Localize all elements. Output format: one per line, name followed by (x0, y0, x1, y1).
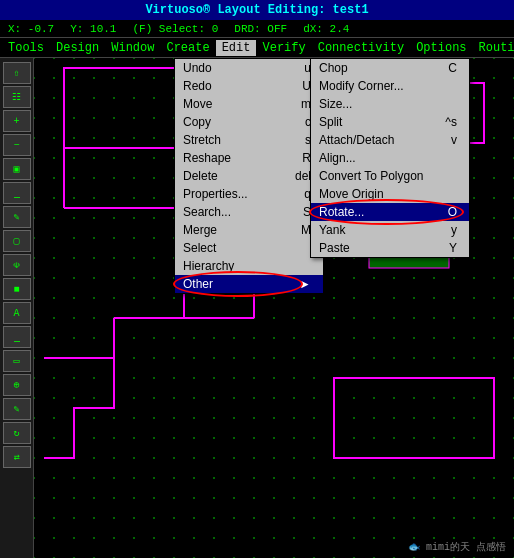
menu-other[interactable]: Other ► (175, 275, 323, 293)
menu-create[interactable]: Create (160, 40, 215, 56)
menu-move[interactable]: Move m (175, 95, 323, 113)
wire-tool[interactable]: ⎯ (3, 326, 31, 348)
menu-stretch[interactable]: Stretch s (175, 131, 323, 149)
title-text: Virtuoso® Layout Editing: test1 (145, 3, 368, 17)
menu-hierarchy[interactable]: Hierarchy (175, 257, 323, 275)
submenu-split[interactable]: Split ^s (311, 113, 469, 131)
submenu-rotate[interactable]: Rotate... O (311, 203, 469, 221)
rotate-tool[interactable]: ↻ (3, 422, 31, 444)
zoom-fit-tool[interactable]: ▣ (3, 158, 31, 180)
submenu-attach-detach[interactable]: Attach/Detach v (311, 131, 469, 149)
edit-menu: Undo u Redo U Move m Copy c Stretch s Re… (174, 58, 324, 294)
watermark: 🐟 mimi的天 点感悟 (408, 540, 506, 554)
label-tool[interactable]: A (3, 302, 31, 324)
menu-properties[interactable]: Properties... q (175, 185, 323, 203)
select-tool[interactable]: ⇧ (3, 62, 31, 84)
y-coord: Y: 10.1 (70, 23, 116, 35)
submenu-paste[interactable]: Paste Y (311, 239, 469, 257)
menu-copy[interactable]: Copy c (175, 113, 323, 131)
left-toolbar: ⇧ ☷ + − ▣ ⎯ ✎ ▢ ☫ ■ A ⎯ ▭ ⊕ ✎ ↻ ⇄ (0, 58, 34, 558)
submenu-modify-corner[interactable]: Modify Corner... (311, 77, 469, 95)
prop-tool[interactable]: ✎ (3, 398, 31, 420)
coord-bar: X: -0.7 Y: 10.1 (F) Select: 0 DRD: OFF d… (0, 20, 514, 38)
submenu-size[interactable]: Size... (311, 95, 469, 113)
menu-redo[interactable]: Redo U (175, 77, 323, 95)
svg-rect-3 (334, 378, 494, 458)
cell-tool[interactable]: ▭ (3, 350, 31, 372)
submenu-convert-polygon[interactable]: Convert To Polygon (311, 167, 469, 185)
menu-window[interactable]: Window (105, 40, 160, 56)
submenu-chop[interactable]: Chop C (311, 59, 469, 77)
menu-edit[interactable]: Edit (216, 40, 257, 56)
menu-select[interactable]: Select (175, 239, 323, 257)
select-box-tool[interactable]: ▢ (3, 230, 31, 252)
draw-tool[interactable]: ✎ (3, 206, 31, 228)
menu-options[interactable]: Options (410, 40, 472, 56)
layers-tool[interactable]: ☷ (3, 86, 31, 108)
svg-rect-0 (64, 68, 184, 148)
menu-search[interactable]: Search... S (175, 203, 323, 221)
menu-verify[interactable]: Verify (256, 40, 311, 56)
menu-routing[interactable]: Routing (473, 40, 514, 56)
menu-merge[interactable]: Merge M (175, 221, 323, 239)
zoom-in-tool[interactable]: + (3, 110, 31, 132)
dx-coord: dX: 2.4 (303, 23, 349, 35)
menu-reshape[interactable]: Reshape R (175, 149, 323, 167)
pan-tool[interactable]: ☫ (3, 254, 31, 276)
select-mode: (F) Select: 0 (132, 23, 218, 35)
x-coord: X: -0.7 (8, 23, 54, 35)
flip-tool[interactable]: ⇄ (3, 446, 31, 468)
other-submenu: Chop C Modify Corner... Size... Split ^s… (310, 58, 470, 258)
title-bar: Virtuoso® Layout Editing: test1 (0, 0, 514, 20)
submenu-move-origin[interactable]: Move Origin (311, 185, 469, 203)
snap-tool[interactable]: ■ (3, 278, 31, 300)
menu-connectivity[interactable]: Connectivity (312, 40, 410, 56)
via-tool[interactable]: ⊕ (3, 374, 31, 396)
ruler-tool[interactable]: ⎯ (3, 182, 31, 204)
menu-undo[interactable]: Undo u (175, 59, 323, 77)
menu-bar: Tools Design Window Create Edit Verify C… (0, 38, 514, 58)
zoom-out-tool[interactable]: − (3, 134, 31, 156)
menu-delete[interactable]: Delete del (175, 167, 323, 185)
submenu-yank[interactable]: Yank y (311, 221, 469, 239)
menu-design[interactable]: Design (50, 40, 105, 56)
submenu-align[interactable]: Align... (311, 149, 469, 167)
drd-status: DRD: OFF (234, 23, 287, 35)
menu-tools[interactable]: Tools (2, 40, 50, 56)
